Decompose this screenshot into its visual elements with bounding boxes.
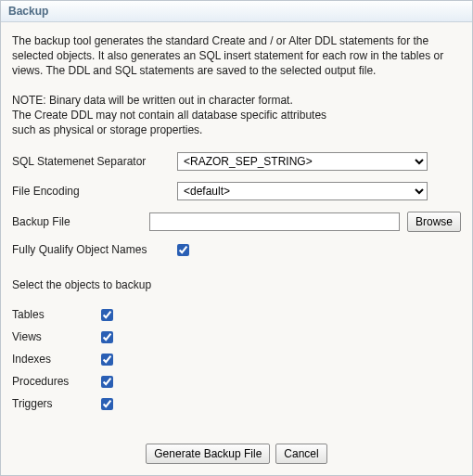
window-titlebar: Backup bbox=[1, 1, 472, 22]
indexes-label: Indexes bbox=[12, 353, 101, 366]
views-checkbox[interactable] bbox=[101, 331, 113, 343]
qualify-label: Fully Qualify Object Names bbox=[12, 243, 177, 256]
note-line-2: The Create DDL may not contain all datab… bbox=[12, 109, 326, 122]
backup-window: Backup The backup tool generates the sta… bbox=[0, 0, 473, 476]
procedures-row: Procedures bbox=[12, 375, 461, 388]
description-text: The backup tool generates the standard C… bbox=[12, 33, 461, 78]
encoding-select[interactable]: <default> bbox=[177, 182, 428, 200]
tables-row: Tables bbox=[12, 308, 461, 321]
browse-button[interactable]: Browse bbox=[407, 212, 461, 232]
cancel-button[interactable]: Cancel bbox=[275, 444, 326, 464]
procedures-label: Procedures bbox=[12, 375, 101, 388]
triggers-label: Triggers bbox=[12, 397, 101, 410]
qualify-checkbox[interactable] bbox=[177, 244, 189, 256]
encoding-row: File Encoding <default> bbox=[12, 182, 461, 200]
tables-checkbox[interactable] bbox=[101, 309, 113, 321]
window-title: Backup bbox=[8, 5, 48, 18]
encoding-label: File Encoding bbox=[12, 185, 177, 198]
separator-label: SQL Statemenet Separator bbox=[12, 155, 177, 168]
qualify-row: Fully Qualify Object Names bbox=[12, 243, 461, 256]
indexes-row: Indexes bbox=[12, 353, 461, 366]
backup-file-row: Backup File Browse bbox=[12, 212, 461, 232]
triggers-row: Triggers bbox=[12, 397, 461, 410]
note-line-3: such as physical or storage properties. bbox=[12, 123, 202, 136]
note-text: NOTE: Binary data will be written out in… bbox=[12, 93, 461, 137]
separator-row: SQL Statemenet Separator <RAZOR_SEP_STRI… bbox=[12, 152, 461, 171]
generate-button[interactable]: Generate Backup File bbox=[146, 444, 270, 464]
indexes-checkbox[interactable] bbox=[101, 354, 113, 366]
tables-label: Tables bbox=[12, 308, 101, 321]
backup-file-input[interactable] bbox=[149, 212, 400, 231]
separator-select[interactable]: <RAZOR_SEP_STRING> bbox=[177, 152, 428, 171]
views-row: Views bbox=[12, 330, 461, 343]
procedures-checkbox[interactable] bbox=[101, 376, 113, 388]
views-label: Views bbox=[12, 330, 101, 343]
note-line-1: NOTE: Binary data will be written out in… bbox=[12, 94, 293, 107]
window-body: The backup tool generates the standard C… bbox=[1, 22, 472, 475]
triggers-checkbox[interactable] bbox=[101, 398, 113, 410]
select-objects-label: Select the objects to backup bbox=[12, 278, 461, 291]
backup-file-label: Backup File bbox=[12, 215, 149, 228]
button-bar: Generate Backup File Cancel bbox=[12, 436, 461, 468]
